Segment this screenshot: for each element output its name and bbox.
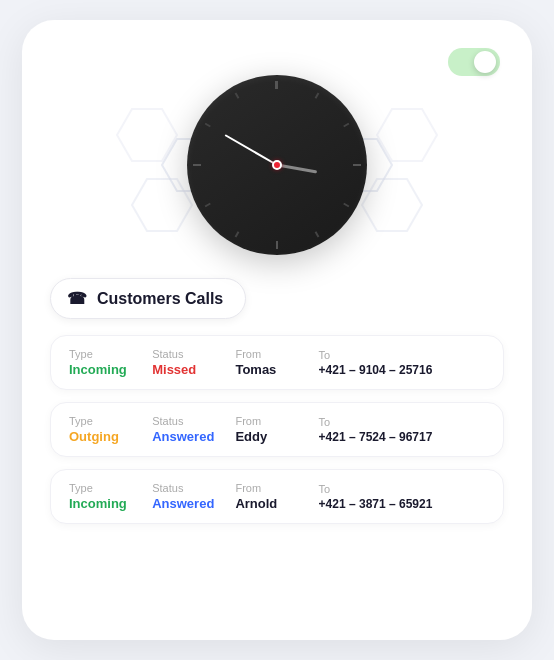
call-status-field-3: Status Answered	[152, 482, 235, 511]
clock-hour-hand	[277, 164, 317, 174]
clock-center-dot	[272, 160, 282, 170]
clock-area	[50, 60, 504, 270]
status-value-2: Answered	[152, 429, 235, 444]
call-from-field-2: From Eddy	[235, 415, 318, 444]
from-value-1: Tomas	[235, 362, 318, 377]
clock-face	[187, 75, 367, 255]
from-label-2: From	[235, 415, 318, 427]
call-row-2[interactable]: Type Outging Status Answered From Eddy T…	[50, 402, 504, 457]
to-value-3: +421 – 3871 – 65921	[319, 497, 485, 511]
call-type-field-2: Type Outging	[69, 415, 152, 444]
to-label-3: To	[319, 483, 485, 495]
type-value-2: Outging	[69, 429, 152, 444]
from-label-1: From	[235, 348, 318, 360]
status-label-1: Status	[152, 348, 235, 360]
call-to-field-1: To +421 – 9104 – 25716	[319, 349, 485, 377]
call-from-field-1: From Tomas	[235, 348, 318, 377]
from-value-2: Eddy	[235, 429, 318, 444]
call-from-field-3: From Arnold	[235, 482, 318, 511]
to-label-2: To	[319, 416, 485, 428]
main-card: ☎ Customers Calls Type Incoming Status M…	[22, 20, 532, 640]
call-status-field-1: Status Missed	[152, 348, 235, 377]
call-type-field-3: Type Incoming	[69, 482, 152, 511]
clock-minute-hand	[225, 134, 278, 166]
to-value-2: +421 – 7524 – 96717	[319, 430, 485, 444]
call-list: Type Incoming Status Missed From Tomas T…	[50, 335, 504, 524]
customers-calls-button[interactable]: ☎ Customers Calls	[50, 278, 246, 319]
call-to-field-3: To +421 – 3871 – 65921	[319, 483, 485, 511]
from-label-3: From	[235, 482, 318, 494]
call-row-3[interactable]: Type Incoming Status Answered From Arnol…	[50, 469, 504, 524]
call-to-field-2: To +421 – 7524 – 96717	[319, 416, 485, 444]
call-type-field-1: Type Incoming	[69, 348, 152, 377]
call-status-field-2: Status Answered	[152, 415, 235, 444]
call-row-1[interactable]: Type Incoming Status Missed From Tomas T…	[50, 335, 504, 390]
status-value-1: Missed	[152, 362, 235, 377]
to-value-1: +421 – 9104 – 25716	[319, 363, 485, 377]
section-title-wrap: ☎ Customers Calls	[50, 278, 246, 319]
from-value-3: Arnold	[235, 496, 318, 511]
status-label-2: Status	[152, 415, 235, 427]
phone-icon: ☎	[67, 289, 87, 308]
type-value-3: Incoming	[69, 496, 152, 511]
status-label-3: Status	[152, 482, 235, 494]
section-title-label: Customers Calls	[97, 290, 223, 308]
type-label-2: Type	[69, 415, 152, 427]
to-label-1: To	[319, 349, 485, 361]
status-value-3: Answered	[152, 496, 235, 511]
type-value-1: Incoming	[69, 362, 152, 377]
type-label-1: Type	[69, 348, 152, 360]
type-label-3: Type	[69, 482, 152, 494]
